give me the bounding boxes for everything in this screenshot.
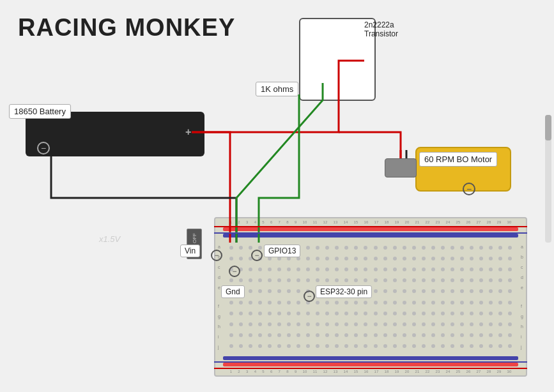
- bb-hole: [508, 257, 512, 260]
- bb-hole: [470, 278, 473, 282]
- battery-voltage: x1.5V: [99, 234, 120, 244]
- bb-hole: [229, 312, 233, 315]
- bb-hole: [450, 268, 454, 271]
- bb-hole: [364, 344, 367, 348]
- resistor-label: 1K ohms: [256, 82, 298, 96]
- bb-hole: [316, 268, 319, 271]
- bb-hole: [383, 322, 387, 326]
- bb-hole: [268, 322, 272, 326]
- bb-hole: [383, 278, 387, 282]
- bb-hole: [364, 322, 367, 326]
- bb-hole: [479, 278, 483, 282]
- bb-hole: [258, 246, 262, 250]
- bb-hole: [354, 333, 358, 337]
- bb-hole: [316, 312, 319, 315]
- bb-hole: [335, 301, 339, 305]
- bb-hole: [508, 289, 512, 293]
- bb-hole: [316, 278, 319, 282]
- bb-hole: [354, 312, 358, 315]
- bb-hole: [470, 333, 473, 337]
- bb-hole: [287, 301, 291, 305]
- bb-hole: [460, 312, 464, 315]
- bb-hole: [296, 322, 300, 326]
- bb-hole: [249, 268, 252, 271]
- bb-hole: [316, 333, 319, 337]
- bb-hole: [479, 246, 483, 250]
- bb-hole: [268, 289, 272, 293]
- bb-minus-gnd-upper: [229, 266, 240, 277]
- bb-hole: [431, 246, 435, 250]
- bb-hole: [277, 333, 281, 337]
- bb-hole: [460, 268, 464, 271]
- bb-hole: [412, 257, 416, 260]
- bb-hole: [470, 344, 473, 348]
- page-title: RACING MONKEY: [18, 14, 235, 41]
- bb-hole: [296, 278, 300, 282]
- bb-hole: [239, 312, 243, 315]
- bb-hole: [239, 333, 243, 337]
- bb-bottom-red-rail: [223, 363, 518, 366]
- bb-hole: [306, 278, 310, 282]
- bb-hole: [296, 333, 300, 337]
- bb-hole: [325, 344, 329, 348]
- bb-hole: [325, 257, 329, 260]
- scrollbar[interactable]: [545, 115, 551, 243]
- bb-hole: [460, 301, 464, 305]
- bb-hole: [450, 344, 454, 348]
- bb-hole: [460, 333, 464, 337]
- bb-hole: [354, 301, 358, 305]
- bb-hole: [479, 333, 483, 337]
- bb-hole: [325, 333, 329, 337]
- bb-hole: [479, 268, 483, 271]
- bb-hole: [508, 268, 512, 271]
- bb-row-labels-right: abcde fghij: [521, 241, 523, 352]
- bb-hole: [489, 257, 493, 260]
- bb-hole: [431, 289, 435, 293]
- bb-hole: [470, 268, 473, 271]
- motor-minus-icon: [463, 183, 475, 195]
- bb-hole: [239, 322, 243, 326]
- transistor-label: 2n2222a Transistor: [364, 20, 398, 38]
- bb-hole: [296, 344, 300, 348]
- bb-hole: [374, 312, 378, 315]
- bb-hole: [354, 278, 358, 282]
- bb-hole: [277, 312, 281, 315]
- bb-hole: [403, 322, 406, 326]
- bb-hole: [239, 301, 243, 305]
- bb-hole: [383, 312, 387, 315]
- bb-hole: [393, 246, 397, 250]
- bb-hole: [479, 322, 483, 326]
- bb-hole: [460, 246, 464, 250]
- bb-hole: [441, 289, 445, 293]
- bb-hole: [354, 257, 358, 260]
- bb-hole: [249, 344, 252, 348]
- bb-hole: [268, 278, 272, 282]
- bb-hole: [258, 312, 262, 315]
- bb-hole: [374, 278, 378, 282]
- bb-hole: [403, 246, 406, 250]
- bb-hole: [364, 301, 367, 305]
- bb-col-numbers-top: 1234567891011121314151617181920212223242…: [227, 220, 514, 224]
- bb-hole: [258, 333, 262, 337]
- bb-hole: [460, 344, 464, 348]
- bb-hole: [364, 278, 367, 282]
- bb-hole: [383, 333, 387, 337]
- bb-hole: [450, 289, 454, 293]
- bb-hole: [412, 301, 416, 305]
- bb-hole: [296, 312, 300, 315]
- bb-hole: [344, 246, 348, 250]
- bb-col-numbers-bottom: 1234567891011121314151617181920212223242…: [227, 370, 514, 373]
- bb-hole: [229, 257, 233, 260]
- vin-label: Vin: [180, 245, 200, 257]
- bb-hole: [489, 322, 493, 326]
- bb-hole: [306, 268, 310, 271]
- bb-hole: [229, 301, 233, 305]
- bb-hole: [508, 246, 512, 250]
- bb-hole: [258, 268, 262, 271]
- bb-hole: [258, 278, 262, 282]
- bb-hole: [441, 322, 445, 326]
- motor-shaft: [385, 158, 417, 177]
- bb-hole: [470, 301, 473, 305]
- battery-label: 18650 Battery: [9, 104, 71, 119]
- scrollbar-thumb[interactable]: [545, 115, 551, 140]
